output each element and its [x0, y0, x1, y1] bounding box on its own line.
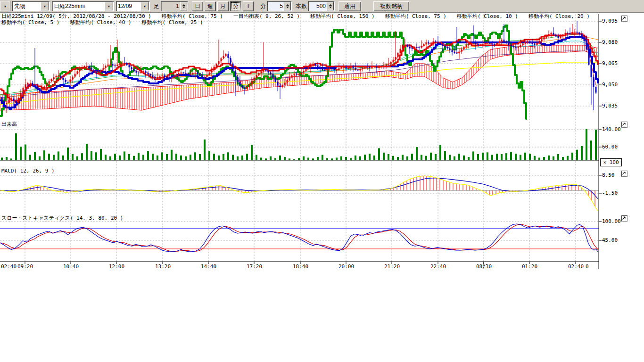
volume-pane-label: 出来高 [1, 121, 17, 128]
stochastics-pane-label: スロー・ストキャスティクス( 14, 3, 80, 20 ) [1, 214, 123, 222]
legend-ma-5: 移動平均( Close, 5 ) [1, 19, 59, 25]
x-axis-tick-label: 12:00 [109, 263, 124, 270]
x-axis-tick-label: 02:40 [1, 263, 17, 270]
chart-legend-line2: 移動平均( Close, 5 )移動平均( Close, 40 )移動平均( C… [1, 19, 214, 26]
volume-multiplier-box: × 100 [600, 158, 622, 166]
pane-resize-icon[interactable] [621, 16, 627, 22]
x-axis-tick-label: 08/30 [476, 263, 492, 270]
app-window: ▼ 先物 ▼ 日経225mini ▼ 12/09 ▼ 足 1 日 週 月 分 T… [0, 0, 644, 362]
legend-ma-150: 移動平均( Close, 150 ) [310, 13, 375, 19]
pane-resize-icon[interactable] [621, 171, 627, 177]
y-axis-tick-label: 8.50 [602, 172, 615, 178]
y-axis-tick-label: 140.00 [602, 126, 621, 132]
legend-ma-10: 移動平均( Close, 10 ) [457, 13, 518, 19]
y-axis-tick-label: -1.50 [602, 190, 618, 196]
pane-resize-icon[interactable] [621, 215, 627, 222]
x-axis-tick-label: 17:20 [247, 263, 262, 270]
y-axis-tick-label: 9,080 [602, 39, 618, 45]
x-axis-tick-label: 13:20 [155, 263, 171, 270]
x-axis-tick-label: 14:40 [201, 263, 216, 270]
x-axis-tick-label: 02:40 [568, 263, 584, 270]
y-axis-tick-label: 9,095 [602, 18, 618, 24]
y-axis-tick-label: 9,065 [602, 60, 618, 66]
x-axis-tick-label: 20:00 [339, 263, 354, 270]
x-axis-tick-label: 21:20 [384, 263, 400, 270]
legend-ma-40: 移動平均( Close, 40 ) [70, 19, 131, 25]
chart-canvas [0, 0, 644, 283]
x-axis-tick-label: 01:20 [522, 263, 537, 270]
chart-area: 日経225mini 12/09( 5分, 2012/08/28 - 2012/0… [0, 0, 644, 362]
macd-pane-label: MACD( 12, 26, 9 ) [1, 168, 55, 174]
legend-ma-75b: 移動平均( Close, 75 ) [385, 13, 446, 19]
legend-ichimoku: 一目均衡表( 9, 26, 52 ) [233, 13, 300, 19]
y-axis-tick-label: 9,050 [602, 82, 618, 88]
x-axis-tick-label: 22:40 [430, 263, 446, 270]
pane-resize-icon[interactable] [621, 122, 627, 128]
legend-ma-20: 移動平均( Close, 20 ) [528, 13, 590, 19]
x-axis-tick-label: 09:20 [17, 263, 33, 270]
y-axis-tick-label: 100.00 [602, 218, 621, 224]
y-axis-tick-label: 45.00 [602, 237, 618, 243]
y-axis-tick-label: 60.00 [602, 144, 618, 150]
x-axis-tick-label: 10:40 [63, 263, 79, 270]
y-axis-tick-label: 9,035 [602, 103, 618, 109]
x-axis-tick-label: 18:40 [293, 263, 308, 270]
legend-ma-25: 移動平均( Close, 25 ) [142, 19, 203, 25]
x-axis-tick-label: 0 [586, 263, 589, 270]
